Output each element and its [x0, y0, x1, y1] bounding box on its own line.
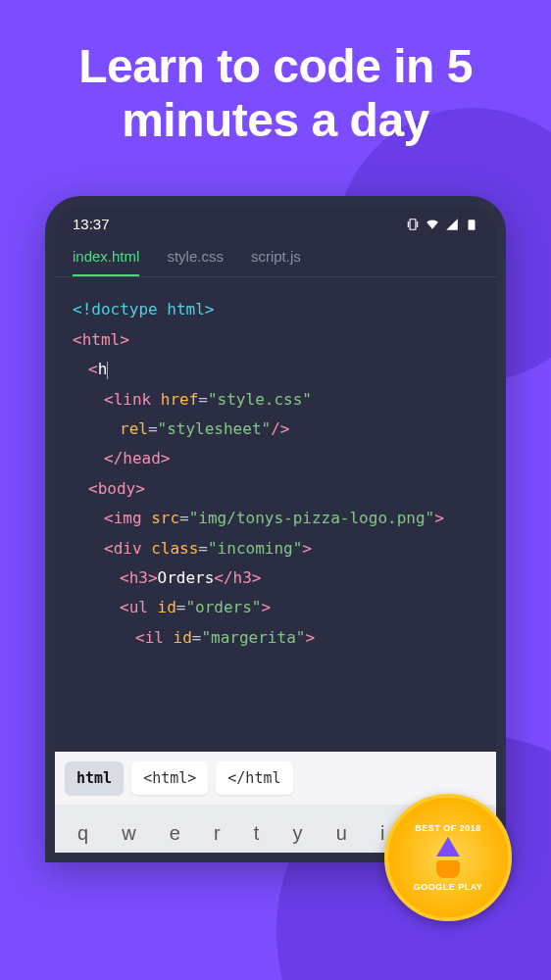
- code-token: <body>: [88, 479, 145, 498]
- code-token: <!doctype html>: [73, 300, 215, 318]
- code-token: <: [88, 360, 98, 378]
- code-token: <html>: [73, 330, 129, 349]
- code-token: </h3>: [214, 568, 261, 587]
- key-e[interactable]: e: [166, 814, 184, 853]
- code-token: class: [151, 539, 198, 558]
- key-r[interactable]: r: [210, 814, 225, 853]
- code-token: "img/tonys-pizza-logo.png": [189, 509, 434, 527]
- code-token: />: [271, 419, 289, 438]
- code-token: "style.css": [208, 390, 312, 409]
- text-cursor: [107, 362, 108, 379]
- suggestion-chip[interactable]: </html: [216, 761, 292, 795]
- code-token: >: [305, 628, 315, 647]
- badge-top-text: BEST OF 2018: [415, 823, 481, 833]
- code-token: <h3>: [120, 568, 158, 587]
- code-token: "stylesheet": [158, 419, 272, 438]
- code-token: </head>: [104, 449, 170, 467]
- key-t[interactable]: t: [250, 814, 264, 853]
- code-token: <ul: [120, 598, 158, 616]
- code-token: >: [302, 539, 312, 558]
- code-token: src: [151, 509, 179, 527]
- signal-icon: [445, 218, 459, 231]
- code-token: "incoming": [208, 539, 302, 558]
- code-token: <div: [104, 539, 151, 558]
- code-token: =: [179, 509, 189, 527]
- code-token: >: [262, 598, 272, 616]
- code-token: =: [198, 390, 208, 409]
- headline-text: Learn to code in 5 minutes a day: [0, 0, 551, 167]
- key-q[interactable]: q: [74, 814, 92, 853]
- key-w[interactable]: w: [118, 814, 139, 853]
- tab-style-css[interactable]: style.css: [167, 248, 224, 276]
- key-y[interactable]: y: [289, 814, 307, 853]
- suggestion-chip[interactable]: html: [65, 761, 124, 795]
- code-token: "orders": [185, 598, 261, 616]
- battery-icon: [465, 218, 478, 231]
- status-bar: 13:37: [55, 206, 496, 238]
- code-token: href: [161, 390, 199, 409]
- code-token: "margerita": [201, 628, 305, 647]
- code-token: h: [98, 360, 108, 378]
- code-token: =: [198, 539, 208, 558]
- tab-index-html[interactable]: index.html: [73, 248, 139, 276]
- code-token: >: [434, 509, 444, 527]
- code-token: <il: [135, 628, 174, 647]
- file-tabs: index.html style.css script.js: [55, 238, 496, 277]
- suggestion-chip[interactable]: <html>: [131, 761, 208, 795]
- code-token: =: [148, 419, 158, 438]
- code-token: =: [176, 598, 186, 616]
- code-token: <link: [104, 390, 161, 409]
- status-time: 13:37: [73, 216, 110, 232]
- code-token: id: [174, 628, 192, 647]
- phone-frame: 13:37 index.html style.css script.js <!d…: [45, 196, 506, 862]
- play-triangle-icon: [436, 837, 460, 857]
- code-token: id: [158, 598, 176, 616]
- code-token: <img: [104, 509, 151, 527]
- code-token: Orders: [158, 568, 215, 587]
- svg-rect-0: [469, 220, 476, 230]
- phone-screen: 13:37 index.html style.css script.js <!d…: [55, 206, 496, 853]
- vibrate-icon: [406, 218, 420, 231]
- code-token: rel: [120, 419, 148, 438]
- award-badge: BEST OF 2018 GOOGLE PLAY: [384, 794, 512, 921]
- code-editor[interactable]: <!doctype html> <html> <h <link href="st…: [55, 277, 496, 752]
- key-u[interactable]: u: [332, 814, 351, 853]
- wifi-icon: [426, 218, 439, 231]
- trophy-icon: [436, 860, 460, 878]
- tab-script-js[interactable]: script.js: [251, 248, 301, 276]
- code-token: =: [192, 628, 202, 647]
- badge-bottom-text: GOOGLE PLAY: [414, 882, 483, 892]
